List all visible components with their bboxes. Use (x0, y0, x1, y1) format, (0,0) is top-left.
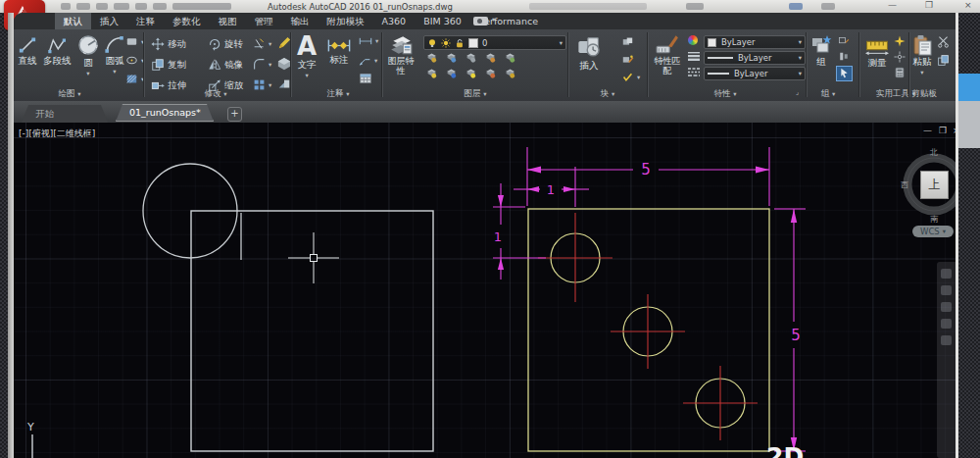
viewcube[interactable]: 北 上 西 东 南 (901, 147, 956, 230)
rectangle-tool[interactable]: ▾ (125, 36, 144, 47)
circle-dropdown-caret-icon[interactable]: ▾ (86, 70, 89, 77)
linetype-dropdown[interactable]: ByLayer ▾ (704, 67, 806, 80)
hatch-tool[interactable]: ▾ (125, 74, 144, 84)
record-dropdown-caret-icon[interactable]: ▾ (492, 16, 495, 24)
layer-match-icon[interactable] (445, 68, 458, 79)
arc-dropdown-caret-icon[interactable]: ▾ (113, 68, 116, 76)
viewport-close-icon[interactable]: × (953, 126, 956, 135)
circle-tool[interactable]: 圆 ▾ (76, 33, 100, 77)
qat-icon[interactable] (135, 3, 147, 10)
qat-icon[interactable] (96, 3, 108, 10)
record-icon[interactable] (473, 17, 488, 25)
quick-select-icon[interactable] (894, 35, 906, 47)
panel-block-label[interactable]: 块 ▾ (573, 87, 642, 99)
group-selection-toggle[interactable] (836, 66, 853, 81)
entity-hole-3[interactable] (683, 366, 758, 440)
drawing-canvas[interactable]: 5 1 1 (14, 123, 956, 458)
cut-scissors-icon[interactable] (937, 35, 950, 48)
explode-tool[interactable] (277, 57, 291, 71)
ribbon-tab-annotate[interactable]: 注释 (127, 13, 164, 29)
dimension-hole-offset-y[interactable]: 1 (493, 183, 546, 280)
linear-dimension-tool[interactable]: ▾ (359, 36, 378, 46)
ribbon-tab-manage[interactable]: 管理 (246, 13, 282, 29)
layer-off-icon[interactable] (425, 52, 438, 64)
file-tab-start[interactable]: 开始 (22, 105, 108, 123)
layer-freeze-icon[interactable] (465, 52, 477, 64)
layer-states-icon[interactable] (504, 52, 516, 64)
qat-icon[interactable] (76, 3, 90, 10)
erase-tool[interactable] (277, 36, 291, 50)
help-icon[interactable] (821, 3, 835, 10)
navigation-bar[interactable] (937, 262, 956, 458)
match-properties-button[interactable]: 特性匹配 (653, 32, 682, 76)
new-drawing-tab-button[interactable]: + (227, 107, 242, 122)
pan-icon[interactable] (941, 269, 952, 279)
align-tool[interactable] (277, 77, 291, 91)
ungroup-icon[interactable] (838, 35, 850, 46)
entity-square-yellow[interactable] (528, 209, 769, 451)
group-button[interactable]: 组 (810, 34, 832, 68)
layer-unlock-icon[interactable] (484, 68, 497, 79)
polyline-tool[interactable]: 多段线 (43, 35, 72, 67)
text-dropdown-caret-icon[interactable]: ▾ (305, 72, 308, 79)
signin-icon[interactable] (789, 3, 803, 10)
qat-icon[interactable] (172, 3, 231, 10)
edit-attributes-icon[interactable] (621, 54, 634, 65)
viewcube-top-face[interactable]: 上 (920, 171, 949, 199)
qat-icon[interactable] (114, 3, 129, 10)
group-edit-icon[interactable] (838, 51, 850, 62)
id-point-icon[interactable] (894, 51, 906, 63)
ellipse-tool[interactable]: ▾ (125, 55, 144, 66)
ribbon-tab-addins[interactable]: 附加模块 (318, 13, 373, 29)
viewport-controls[interactable]: [-][俯视][二维线框] (19, 127, 95, 140)
paste-dropdown-caret-icon[interactable]: ▾ (920, 69, 923, 76)
mirror-tool[interactable]: 镜像 (208, 58, 243, 72)
viewcube-south-label[interactable]: 南 (930, 214, 938, 225)
color-wheel-icon[interactable] (688, 35, 698, 45)
line-tool[interactable]: 直线 (18, 35, 37, 67)
fillet-tool[interactable]: ▾ (253, 58, 271, 71)
minimize-button[interactable]: — (888, 0, 897, 11)
qat-icon[interactable] (61, 3, 71, 10)
copy-clip-icon[interactable] (937, 54, 950, 67)
create-block-icon[interactable] (621, 36, 634, 47)
layer-previous-icon[interactable] (465, 68, 477, 79)
measure-button[interactable]: 测量 (864, 34, 890, 69)
arc-tool[interactable]: 圆弧 ▾ (104, 33, 125, 76)
array-tool[interactable]: ▾ (253, 78, 271, 91)
infocenter-search[interactable] (529, 3, 647, 10)
trim-tool[interactable]: ▾ (253, 37, 271, 50)
zoom-icon[interactable] (941, 285, 952, 295)
lineweight-icon[interactable] (688, 51, 700, 61)
panel-annotate-label[interactable]: 注释 ▾ (304, 87, 372, 99)
viewcube-west-label[interactable]: 西 (901, 179, 908, 190)
restore-button[interactable]: ❐ (925, 0, 933, 11)
steering-wheel-icon[interactable] (941, 319, 952, 329)
rotate-tool[interactable]: 旋转 (208, 37, 243, 51)
layer-merge-icon[interactable] (504, 68, 516, 79)
orbit-icon[interactable] (941, 302, 952, 312)
copy-tool[interactable]: 复制 (151, 58, 186, 72)
layer-dropdown[interactable]: 0 ▾ (423, 35, 566, 50)
ribbon-tab-a360[interactable]: A360 (373, 13, 416, 29)
dimension-hole-offset-x[interactable]: 1 (514, 167, 589, 207)
panel-layers-label[interactable]: 图层 ▾ (441, 87, 510, 99)
ribbon-tab-insert[interactable]: 插入 (91, 13, 127, 29)
object-color-dropdown[interactable]: ByLayer ▾ (704, 35, 806, 49)
search-icon[interactable] (686, 3, 704, 10)
layer-make-current-icon[interactable] (425, 68, 438, 79)
quickcalc-icon[interactable] (894, 67, 906, 78)
linetype-icon[interactable] (688, 67, 700, 76)
layer-properties-button[interactable]: 图层特性 (386, 32, 416, 76)
showmotion-icon[interactable] (941, 335, 952, 345)
ribbon-tab-view[interactable]: 视图 (210, 13, 246, 29)
insert-block-button[interactable]: 插入 (576, 34, 602, 72)
viewport-minimize-icon[interactable]: — (923, 126, 932, 135)
entity-hole-1[interactable] (538, 213, 612, 302)
close-button[interactable]: × (964, 0, 972, 11)
move-tool[interactable]: 移动 (151, 37, 186, 51)
lineweight-dropdown[interactable]: ByLayer ▾ (704, 51, 806, 65)
entity-square-white[interactable] (191, 211, 433, 451)
panel-properties-label[interactable]: 特性 ▾ (686, 87, 764, 99)
layer-isolate-icon[interactable] (445, 52, 458, 64)
